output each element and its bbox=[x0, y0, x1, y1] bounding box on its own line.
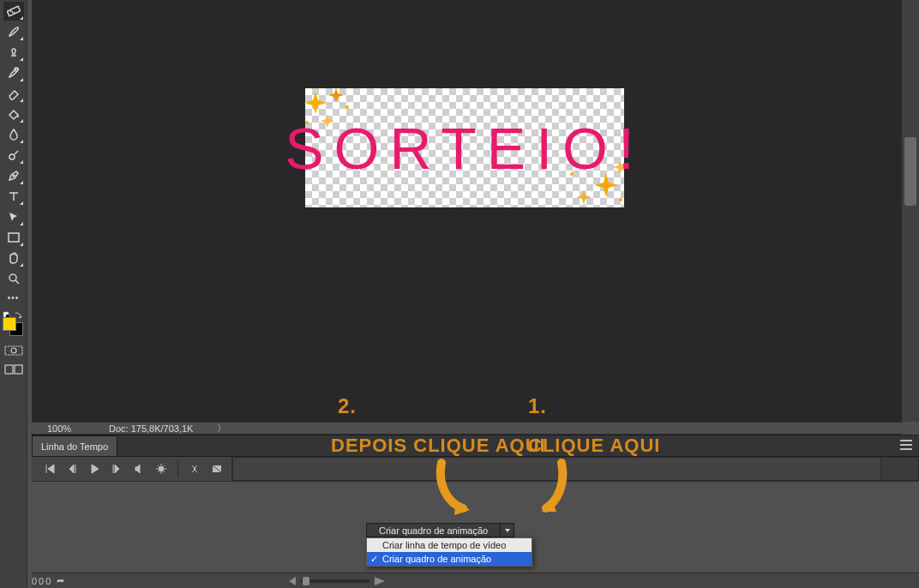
eraser-tool-icon[interactable] bbox=[3, 84, 24, 103]
mute-icon[interactable] bbox=[128, 457, 150, 481]
zoom-tool-icon[interactable] bbox=[3, 269, 24, 288]
rectangle-tool-icon[interactable] bbox=[3, 228, 24, 247]
play-icon[interactable] bbox=[83, 457, 105, 481]
svg-point-6 bbox=[9, 274, 16, 281]
document-canvas[interactable]: SORTEIO! bbox=[305, 88, 624, 207]
annotation-text-1: CLIQUE AQUI bbox=[528, 435, 660, 457]
svg-point-10 bbox=[11, 348, 16, 353]
annotation-number-1: 1. bbox=[528, 394, 547, 418]
timeline-settings-icon[interactable] bbox=[150, 457, 172, 481]
next-frame-icon[interactable] bbox=[105, 457, 128, 481]
svg-point-16 bbox=[619, 198, 622, 201]
stamp-tool-icon[interactable] bbox=[3, 43, 24, 62]
svg-point-13 bbox=[345, 105, 349, 109]
timeline-zoom-slider[interactable] bbox=[289, 577, 385, 585]
svg-point-2 bbox=[17, 116, 19, 117]
right-panel-scroll[interactable] bbox=[902, 0, 919, 422]
canvas-viewport[interactable]: SORTEIO! bbox=[32, 0, 902, 422]
frame-counter: 000 bbox=[32, 576, 52, 586]
panel-menu-icon[interactable] bbox=[900, 440, 912, 450]
annotation-arrow-2 bbox=[429, 459, 489, 526]
screenmode-icon[interactable] bbox=[3, 363, 25, 375]
scrollbar-thumb[interactable] bbox=[904, 137, 916, 206]
paint-bucket-icon[interactable] bbox=[3, 105, 24, 123]
prev-frame-icon[interactable] bbox=[61, 457, 83, 481]
menu-item-video-timeline[interactable]: Criar linha de tempo de vídeo bbox=[367, 538, 532, 552]
create-dropdown-menu: Criar linha de tempo de vídeo ✓ Criar qu… bbox=[366, 537, 532, 567]
create-dropdown-toggle[interactable] bbox=[501, 523, 514, 537]
tab-timeline[interactable]: Linha do Tempo bbox=[32, 435, 117, 456]
type-tool-icon[interactable] bbox=[3, 187, 24, 206]
menu-item-frame-animation[interactable]: ✓ Criar quadro de animação bbox=[367, 552, 532, 566]
brush-tool-icon[interactable] bbox=[3, 22, 24, 41]
pen-tool-icon[interactable] bbox=[3, 166, 24, 185]
svg-point-17 bbox=[159, 466, 164, 471]
tool-palette: ••• bbox=[0, 0, 27, 588]
canvas-text: SORTEIO! bbox=[285, 115, 645, 182]
timeline-scroll-end[interactable] bbox=[880, 458, 918, 480]
menu-item-label: Criar quadro de animação bbox=[382, 554, 491, 564]
transition-icon[interactable] bbox=[206, 457, 228, 481]
quickmask-icon[interactable] bbox=[3, 345, 25, 357]
svg-rect-5 bbox=[9, 233, 19, 242]
history-brush-icon[interactable] bbox=[3, 63, 24, 82]
annotation-text-2: DEPOIS CLIQUE AQUI bbox=[331, 435, 546, 457]
ruler-icon[interactable] bbox=[3, 2, 24, 21]
separator bbox=[177, 460, 178, 477]
annotation-arrow-1 bbox=[527, 459, 579, 526]
zoom-level[interactable]: 100% bbox=[47, 423, 90, 434]
go-first-frame-icon[interactable] bbox=[39, 457, 61, 481]
render-icon[interactable]: ➦ bbox=[52, 575, 68, 586]
split-icon[interactable] bbox=[183, 457, 206, 481]
statusbar-more-icon[interactable]: 〉 bbox=[217, 422, 226, 435]
svg-rect-12 bbox=[15, 365, 22, 374]
swap-colors-icon[interactable] bbox=[3, 307, 25, 315]
check-icon: ✓ bbox=[370, 554, 378, 565]
document-size: Doc: 175,8K/703,1K bbox=[109, 423, 193, 434]
hand-tool-icon[interactable] bbox=[3, 249, 24, 267]
svg-rect-0 bbox=[7, 6, 20, 15]
color-swatches[interactable] bbox=[3, 317, 25, 336]
timeline-footer: 000 ➦ bbox=[32, 573, 919, 588]
svg-point-3 bbox=[9, 154, 15, 159]
svg-rect-11 bbox=[5, 365, 13, 374]
foreground-color-swatch[interactable] bbox=[3, 317, 16, 331]
path-selection-icon[interactable] bbox=[3, 207, 24, 226]
blur-tool-icon[interactable] bbox=[3, 125, 24, 144]
status-bar: 100% Doc: 175,8K/703,1K 〉 bbox=[32, 422, 902, 435]
annotation-number-2: 2. bbox=[338, 394, 357, 418]
more-tools-icon[interactable]: ••• bbox=[3, 290, 24, 305]
svg-point-4 bbox=[13, 175, 15, 177]
dodge-tool-icon[interactable] bbox=[3, 146, 24, 165]
